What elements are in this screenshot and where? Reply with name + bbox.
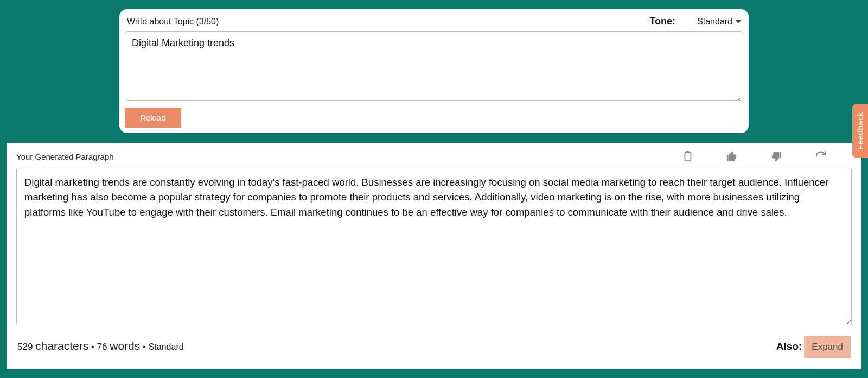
chevron-down-icon [736, 20, 741, 23]
output-title: Your Generated Paragraph [16, 152, 114, 161]
word-label: words [110, 339, 140, 352]
redo-icon[interactable] [815, 150, 827, 162]
char-label: characters [35, 339, 88, 352]
tone-controls: Tone: Standard [649, 16, 741, 27]
output-footer: 529 characters • 76 words • Standard Als… [16, 336, 852, 361]
also-label: Also: [776, 341, 802, 352]
output-textarea[interactable] [16, 168, 852, 325]
output-actions [681, 150, 852, 162]
tone-label: Tone: [649, 16, 675, 27]
output-stats: 529 characters • 76 words • Standard [17, 339, 184, 352]
tone-select[interactable]: Standard [697, 17, 741, 27]
separator: • [143, 342, 146, 352]
thumbs-up-icon[interactable] [726, 150, 738, 162]
output-card: Your Generated Paragraph 529 characters … [7, 143, 861, 369]
also-actions: Also: Expand [776, 336, 851, 358]
tone-selected-value: Standard [697, 17, 732, 27]
word-count: 76 [97, 342, 107, 352]
char-count: 529 [17, 342, 33, 352]
input-header: Write about Topic (3/50) Tone: Standard [125, 16, 743, 32]
topic-textarea[interactable] [125, 32, 743, 101]
feedback-tab[interactable]: Feedback [852, 104, 868, 158]
stats-tone: Standard [149, 342, 184, 351]
svg-rect-0 [685, 153, 691, 161]
separator: • [91, 342, 94, 352]
topic-input-card: Write about Topic (3/50) Tone: Standard … [119, 9, 749, 133]
topic-label: Write about Topic (3/50) [127, 17, 219, 27]
expand-button[interactable]: Expand [804, 336, 851, 358]
thumbs-down-icon[interactable] [770, 150, 782, 162]
clipboard-icon[interactable] [681, 150, 693, 162]
output-header: Your Generated Paragraph [16, 150, 852, 162]
reload-button[interactable]: Reload [125, 108, 181, 128]
